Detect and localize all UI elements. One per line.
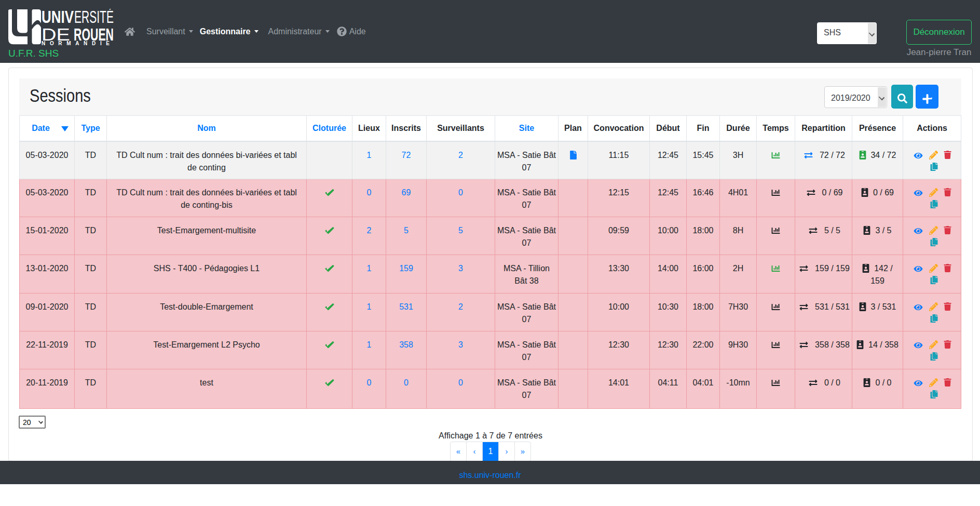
svg-text:ERSITÉ: ERSITÉ <box>74 9 114 26</box>
svg-text:UNIV: UNIV <box>42 9 74 26</box>
svg-text:NORMANDIE: NORMANDIE <box>42 41 114 46</box>
